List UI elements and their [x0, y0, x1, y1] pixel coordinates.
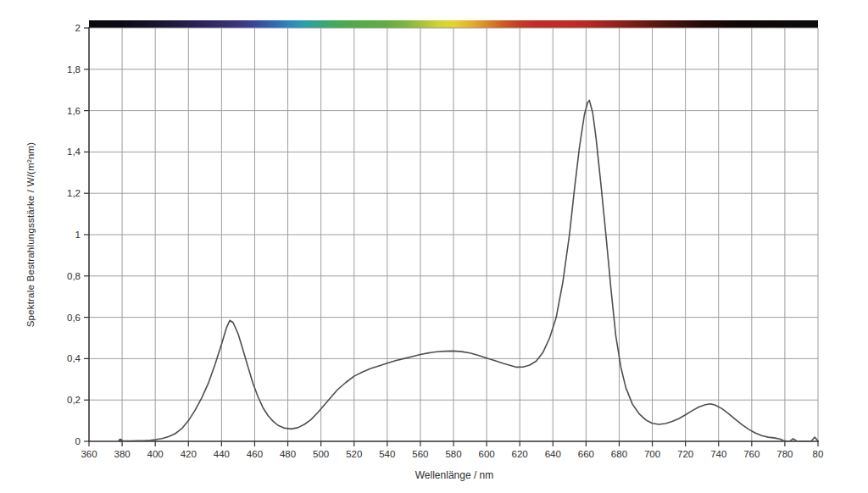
x-tick-label: 720: [677, 449, 693, 459]
data-point-marker: [119, 439, 122, 442]
x-tick-label: 360: [81, 449, 97, 459]
y-axis-title: Spektrale Bestrahlungsstärke / W/(m²nm): [25, 142, 36, 328]
y-tick-label: 0,2: [67, 395, 81, 405]
y-tick-label: 1,6: [67, 106, 81, 116]
x-tick-label: 600: [478, 449, 494, 459]
x-tick-label: 780: [776, 449, 793, 459]
x-tick-label: 420: [181, 449, 197, 459]
x-tick-label: 80: [813, 449, 824, 459]
x-tick-label: 560: [412, 449, 428, 459]
x-tick-label: 680: [611, 449, 627, 459]
x-tick-label: 480: [280, 449, 296, 459]
y-tick-label: 1,8: [67, 64, 81, 75]
x-axis-title: Wellenlänge / nm: [415, 469, 494, 481]
x-tick-label: 620: [512, 449, 528, 459]
x-tick-label: 500: [313, 449, 329, 459]
visible-spectrum-bar: [89, 20, 818, 28]
x-tick-label: 660: [578, 449, 594, 459]
x-tick-label: 460: [247, 449, 263, 459]
y-tick-label: 0,8: [67, 271, 81, 281]
spectral-irradiance-chart: 3603804004204404604805005205405605806006…: [0, 0, 868, 493]
x-tick-label: 440: [214, 449, 230, 459]
x-tick-label: 520: [346, 449, 362, 459]
y-tick-label: 0,4: [67, 353, 81, 363]
x-tick-label: 740: [710, 449, 726, 459]
y-tick-label: 2: [75, 23, 81, 33]
x-tick-label: 540: [379, 449, 395, 459]
x-tick-label: 640: [545, 449, 561, 459]
y-tick-label: 1: [75, 230, 81, 240]
x-tick-label: 700: [644, 449, 660, 459]
spectral-curve: [119, 100, 818, 440]
x-tick-label: 380: [114, 449, 130, 459]
x-tick-label: 760: [743, 449, 760, 459]
chart-plot-svg: 3603804004204404604805005205405605806006…: [0, 0, 868, 493]
x-tick-label: 400: [147, 449, 164, 459]
y-tick-label: 0: [75, 436, 81, 446]
y-tick-label: 0,6: [67, 313, 81, 323]
y-tick-label: 1,2: [67, 188, 81, 198]
x-tick-label: 580: [445, 449, 461, 459]
y-tick-label: 1,4: [67, 147, 81, 157]
